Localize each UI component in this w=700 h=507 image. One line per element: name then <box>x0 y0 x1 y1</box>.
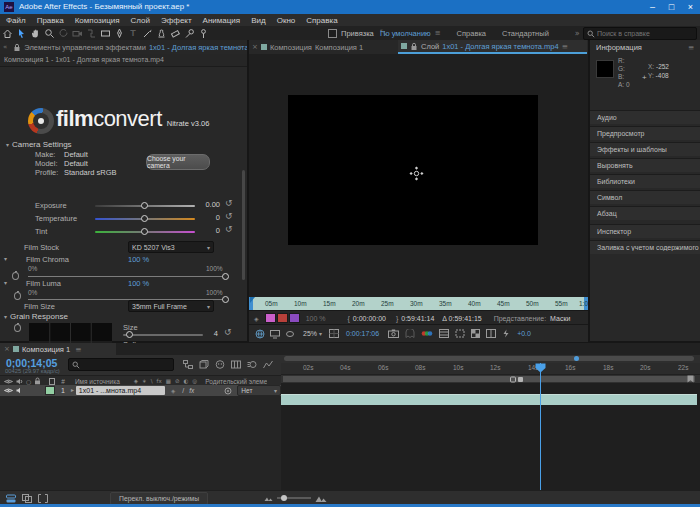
draft-3d-icon[interactable] <box>199 360 209 369</box>
panel-overflow-icon[interactable]: » <box>238 43 242 51</box>
mask-visibility-icon[interactable] <box>285 329 295 339</box>
type-tool-icon[interactable]: T <box>126 27 140 39</box>
menu-window[interactable]: Окно <box>277 16 296 25</box>
current-time-display[interactable]: 0:00:17:06 <box>346 330 379 337</box>
effect-tab-file[interactable]: 1x01 - Долгая яркая темнота.mp4 <box>149 43 247 52</box>
layer-row[interactable]: 1 ▾ 1x01 - ...мнота.mp4 ◈ / fx Нет▾ <box>0 385 281 396</box>
effects-scrollbar[interactable] <box>242 170 245 280</box>
work-area-bar[interactable] <box>281 375 700 383</box>
motion-blur-icon[interactable] <box>247 360 257 369</box>
globe-icon[interactable] <box>255 329 265 339</box>
roto-brush-tool-icon[interactable] <box>182 27 196 39</box>
playhead-grabber-icon[interactable] <box>535 363 546 373</box>
region-of-interest-icon[interactable] <box>455 329 465 338</box>
panel-tab-effects-presets[interactable]: Эффекты и шаблоны <box>590 142 700 156</box>
tab-layer[interactable]: Слой 1x01 - Долгая яркая темнота.mp4 ≡ <box>398 40 587 54</box>
film-stock-stopwatch-icon[interactable] <box>12 272 19 280</box>
mask-color-swatch[interactable] <box>265 313 276 323</box>
panel-tab-content-aware-fill[interactable]: Заливка с учетом содержимого <box>590 240 700 254</box>
graph-editor-icon[interactable] <box>263 360 273 369</box>
pan-behind-tool-icon[interactable] <box>84 27 98 39</box>
workspace-help-tab[interactable]: Справка <box>457 29 486 38</box>
tab-close-icon[interactable]: × <box>252 43 258 51</box>
expand-switches-pane-icon[interactable] <box>6 494 16 503</box>
zoom-out-mountains-icon[interactable] <box>264 494 273 502</box>
zoom-tool-icon[interactable] <box>42 27 56 39</box>
resolution-icon[interactable] <box>439 329 449 338</box>
panel-tab-preview[interactable]: Предпросмотр <box>590 126 700 140</box>
chevron-down-icon[interactable]: ▾ <box>319 330 322 337</box>
film-chroma-value[interactable]: 100 % <box>128 255 149 264</box>
workspace-default-tab[interactable]: По умолчанию <box>380 29 431 38</box>
grain-size-slider[interactable] <box>123 334 203 336</box>
navigator-marker-icon[interactable] <box>574 356 579 361</box>
eraser-tool-icon[interactable] <box>168 27 182 39</box>
frame-blending-icon[interactable] <box>231 360 241 369</box>
view-layout-icon[interactable] <box>486 329 496 338</box>
layer-twirl-icon[interactable]: ▾ <box>68 389 75 392</box>
layer-time-ruler[interactable]: 05m 10m 15m 20m 25m 30m 35m 40m 45m 50m … <box>249 297 588 310</box>
layer-fx-switch[interactable]: fx <box>189 387 194 394</box>
keyframe-nav-icon[interactable]: ◈ <box>254 315 259 322</box>
help-search-input[interactable] <box>595 30 689 37</box>
safe-margins-icon[interactable] <box>329 329 339 338</box>
home-icon[interactable] <box>0 27 14 39</box>
timeline-search-box[interactable] <box>68 358 174 371</box>
grain-size-slider-handle[interactable] <box>126 331 133 338</box>
close-button[interactable]: × <box>681 0 700 14</box>
expand-modes-pane-icon[interactable] <box>22 494 32 503</box>
expand-inout-pane-icon[interactable] <box>38 494 48 503</box>
transparency-grid-icon[interactable] <box>471 329 480 338</box>
menu-file[interactable]: Файл <box>6 16 26 25</box>
show-snapshot-icon[interactable] <box>405 329 415 338</box>
clone-stamp-tool-icon[interactable] <box>154 27 168 39</box>
choose-camera-button[interactable]: Choose your camera <box>146 154 210 170</box>
panel-menu-icon[interactable]: ≡ <box>75 345 81 354</box>
rotation-tool-icon[interactable] <box>56 27 70 39</box>
zoom-level-dropdown[interactable]: 25% <box>303 330 317 337</box>
parent-column[interactable]: Родительский элемен... <box>205 378 267 385</box>
exposure-reset-icon[interactable]: ↺ <box>225 199 233 208</box>
shape-tool-icon[interactable] <box>98 27 112 39</box>
camera-tool-icon[interactable] <box>70 27 84 39</box>
anchor-point-icon[interactable] <box>409 166 424 181</box>
ruler-playhead-icon[interactable] <box>250 297 255 303</box>
menu-effect[interactable]: Эффект <box>161 16 192 25</box>
timeline-zoom-slider[interactable] <box>277 497 311 499</box>
mask-color-swatch[interactable] <box>289 313 300 323</box>
layer-shy-switch[interactable]: ◈ <box>171 388 175 394</box>
panel-tab-inspector[interactable]: Инспектор <box>590 224 700 238</box>
lock-icon[interactable] <box>13 43 21 52</box>
comp-marker-icons[interactable] <box>510 376 524 383</box>
channels-icon[interactable] <box>421 329 433 338</box>
parent-dropdown[interactable]: Нет▾ <box>237 385 281 396</box>
tint-value[interactable]: 0 <box>196 226 220 235</box>
menu-animation[interactable]: Анимация <box>203 16 241 25</box>
layer-audio-icon[interactable] <box>16 387 23 394</box>
exposure-slider-handle[interactable] <box>141 202 148 209</box>
camera-settings-header[interactable]: ▾Camera Settings <box>6 140 72 149</box>
zoom-in-mountains-icon[interactable] <box>315 493 327 503</box>
film-chroma-twirl-icon[interactable]: ▾ <box>4 255 7 262</box>
film-size-dropdown[interactable]: 35mm Full Frame▾ <box>128 300 214 312</box>
grain-response-header[interactable]: ▾Grain Response <box>4 312 68 321</box>
panel-tab-character[interactable]: Символ <box>590 190 700 204</box>
layer-eye-icon[interactable] <box>4 387 13 394</box>
time-navigator[interactable] <box>281 355 700 363</box>
film-luma-value[interactable]: 100 % <box>128 279 149 288</box>
film-chroma-slider[interactable] <box>28 276 228 277</box>
lock-icon[interactable] <box>410 42 418 51</box>
layer-name-field[interactable]: 1x01 - ...мнота.mp4 <box>76 386 165 395</box>
tab-composition[interactable]: × Композиция Композиция 1 <box>249 40 398 54</box>
puppet-pin-tool-icon[interactable] <box>196 27 210 39</box>
layer-duration-bar[interactable] <box>281 394 697 405</box>
help-search-box[interactable] <box>583 27 697 40</box>
film-stock-dropdown[interactable]: KD 5207 Vis3▾ <box>128 241 214 253</box>
panel-menu-icon[interactable]: ≡ <box>562 42 568 51</box>
menu-edit[interactable]: Правка <box>37 16 64 25</box>
toggle-switches-modes-button[interactable]: Перекл. выключ./режимы <box>110 492 208 505</box>
brush-tool-icon[interactable] <box>140 27 154 39</box>
panel-tab-audio[interactable]: Аудио <box>590 110 700 124</box>
workspace-menu-icon[interactable]: ≡ <box>435 29 441 37</box>
film-chroma-slider-handle[interactable] <box>222 273 229 280</box>
